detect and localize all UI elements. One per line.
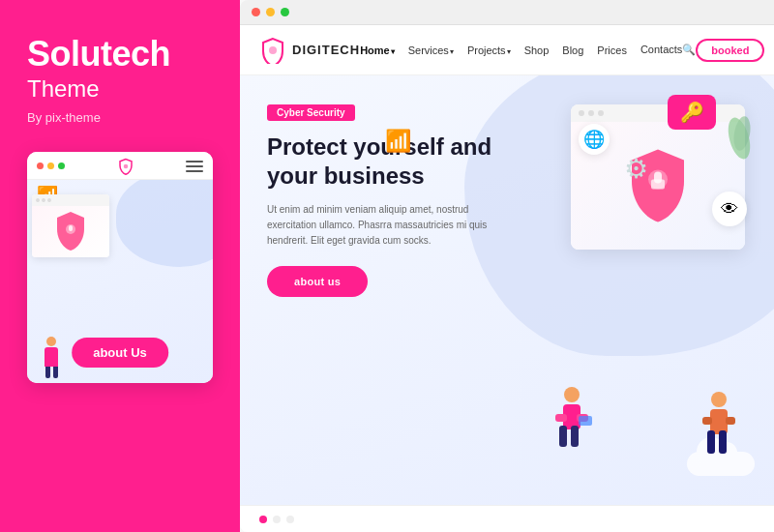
person-female-icon [551,385,592,462]
about-us-button-mobile[interactable]: about Us [72,338,168,368]
person-left-hero [551,385,592,466]
brand-by: By pix-theme [27,110,101,125]
logo-shield-icon [117,158,134,175]
nav-home[interactable]: Home▾ [360,44,395,56]
pagination-dots [259,516,294,523]
hero-body-text: Ut enim ad minim veniam aliquip amet, no… [267,202,499,249]
hero-browser-dot [598,110,604,116]
hero-browser-bar [571,104,745,122]
svg-point-14 [711,392,727,407]
mini-dot [42,198,45,202]
mockup-content: 📶 [27,180,213,383]
dot-green [58,163,65,169]
svg-rect-13 [579,416,592,426]
hamburger-line [186,161,203,163]
hamburger-line [186,165,203,167]
nav-contacts[interactable]: Contacts🔍 [640,44,696,56]
hero-browser-dot [588,110,594,116]
hamburger-menu[interactable] [186,161,203,172]
browser-chrome [240,0,774,25]
mini-dot [36,198,40,202]
dot-inactive[interactable] [273,516,281,523]
mockup-logo [117,158,134,175]
svg-rect-11 [555,414,567,422]
mobile-mockup: 📶 [27,152,213,383]
cyber-tag: Cyber Security [267,104,355,121]
nav-projects[interactable]: Projects▾ [467,44,511,56]
svg-point-3 [269,46,277,54]
shield-icon-mobile [53,210,88,252]
mobile-browser-bar [32,194,109,206]
site-logo-text: DIGITECH [292,43,360,57]
mobile-browser-window [32,194,109,257]
person-figure-mobile [45,337,58,378]
mini-dot [47,198,51,202]
chrome-dot-red[interactable] [252,8,260,16]
wifi-icon-hero: 📶 [385,129,411,154]
brand-title: Solutech [27,35,170,74]
svg-rect-6 [651,180,665,190]
site-header: DIGITECH Home▾ Services▾ Projects▾ Shop … [240,25,774,75]
svg-rect-18 [702,417,712,425]
svg-rect-16 [707,430,715,454]
svg-point-0 [123,163,128,168]
person-leg [45,367,50,378]
site-logo-icon [259,37,286,64]
eye-icon: 👁 [712,192,747,226]
svg-rect-10 [571,426,579,447]
chrome-dot-green[interactable] [281,8,289,16]
site-logo: DIGITECH [259,37,360,64]
person-legs [45,367,58,378]
mobile-browser-body [32,206,109,257]
svg-rect-9 [559,426,567,447]
booked-button[interactable]: booked [696,39,764,62]
right-panel: DIGITECH Home▾ Services▾ Projects▾ Shop … [240,0,774,532]
globe-icon: 🌐 [579,124,610,155]
nav-blog[interactable]: Blog [562,44,583,56]
nav-services[interactable]: Services▾ [408,44,454,56]
chrome-dot-yellow[interactable] [266,8,275,16]
dot-active[interactable] [259,516,267,523]
svg-rect-17 [719,430,727,454]
person-right-hero [700,390,737,471]
gear-icon: ⚙ [624,153,648,185]
leaf-decoration [723,109,757,163]
svg-rect-2 [69,225,73,231]
svg-point-7 [564,387,580,402]
nav-shop[interactable]: Shop [524,44,550,56]
bottom-strip [240,505,774,532]
hero-section: Cyber Security Protect yourself and your… [240,75,774,505]
mockup-window-dots [37,163,65,169]
left-panel: Solutech Theme By pix-theme [0,0,240,532]
person-male-icon [700,390,737,467]
dot-yellow [47,163,54,169]
svg-rect-19 [726,417,735,425]
person-head [46,337,56,346]
person-body [45,347,58,367]
hero-browser-dot [579,110,584,116]
person-leg [53,367,58,378]
mockup-top-bar [27,152,213,180]
key-icon: 🔑 [668,95,716,130]
site-nav: Home▾ Services▾ Projects▾ Shop Blog Pric… [360,44,696,56]
dot-inactive[interactable] [286,516,294,523]
mobile-blob [116,180,213,267]
brand-subtitle: Theme [27,75,100,103]
hamburger-line [186,170,203,172]
dot-red [37,163,44,169]
about-us-button[interactable]: about us [267,266,368,297]
nav-prices[interactable]: Prices [597,44,627,56]
